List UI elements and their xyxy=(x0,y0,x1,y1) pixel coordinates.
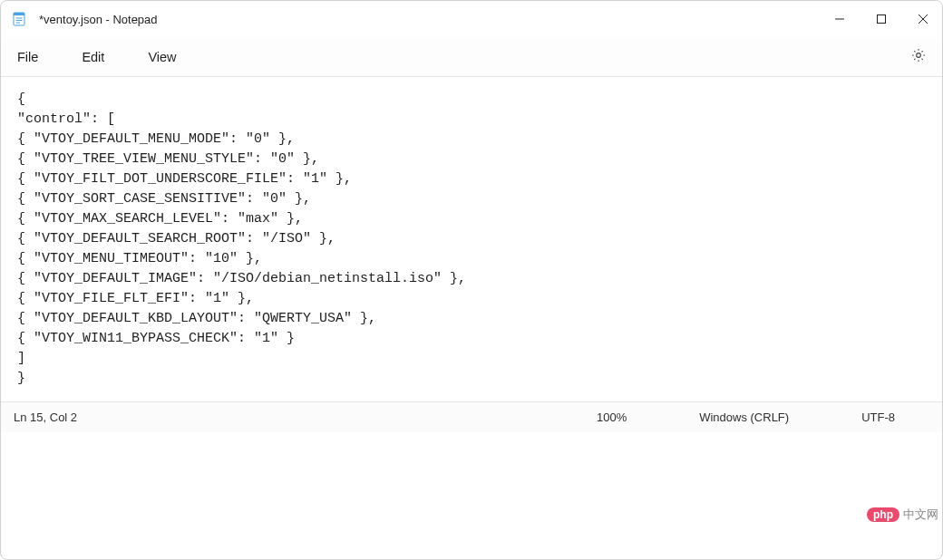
menu-file[interactable]: File xyxy=(5,43,51,72)
close-button[interactable] xyxy=(902,1,943,37)
status-line-ending[interactable]: Windows (CRLF) xyxy=(663,410,825,424)
svg-rect-6 xyxy=(878,15,886,24)
text-editor-area[interactable]: { "control": [ { "VTOY_DEFAULT_MENU_MODE… xyxy=(1,77,943,401)
status-zoom[interactable]: 100% xyxy=(560,410,663,424)
window-title: *ventoy.json - Notepad xyxy=(39,13,158,26)
status-encoding[interactable]: UTF-8 xyxy=(825,410,931,424)
notepad-app-icon xyxy=(12,12,26,26)
settings-button[interactable] xyxy=(902,41,935,73)
maximize-button[interactable] xyxy=(860,1,902,37)
status-cursor-position: Ln 15, Col 2 xyxy=(14,410,77,424)
menubar: File Edit View xyxy=(1,37,943,77)
statusbar: Ln 15, Col 2 100% Windows (CRLF) UTF-8 xyxy=(1,401,943,432)
minimize-button[interactable] xyxy=(819,1,860,37)
gear-icon xyxy=(910,47,927,67)
svg-point-9 xyxy=(917,53,921,57)
watermark: php 中文网 xyxy=(867,507,938,523)
svg-rect-1 xyxy=(14,13,24,15)
menu-view[interactable]: View xyxy=(135,43,189,72)
titlebar: *ventoy.json - Notepad xyxy=(1,1,943,37)
watermark-text: 中文网 xyxy=(903,507,938,523)
menu-edit[interactable]: Edit xyxy=(69,43,117,72)
window-controls xyxy=(819,1,943,37)
watermark-pill: php xyxy=(867,507,899,522)
